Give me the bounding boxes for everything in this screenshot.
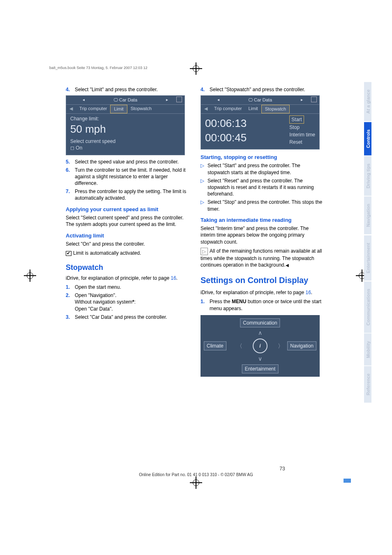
note-icon bbox=[201, 248, 208, 255]
screenshot-limit: ◂ 🖵 Car Data ▸ ◀ Trip computer Limit Sto… bbox=[66, 95, 185, 155]
l-step6: Turn the controller to set the limit. If… bbox=[75, 167, 189, 187]
page-number: 73 bbox=[173, 466, 392, 472]
h-activating: Activating limit bbox=[66, 232, 189, 240]
r-step4: Select "Stopwatch" and press the control… bbox=[210, 86, 305, 93]
tab-controls[interactable]: Controls bbox=[364, 122, 371, 155]
tab-mobility[interactable]: Mobility bbox=[364, 334, 371, 366]
screenshot-start-menu: Communication Entertainment Climate Navi… bbox=[201, 315, 320, 377]
p-act1: Select "On" and press the controller. bbox=[66, 241, 189, 247]
screenshot-stopwatch: ◂ 🖵 Car Data▸ ◀ Trip computer Limit Stop… bbox=[201, 95, 320, 150]
h-apply: Applying your current speed as limit bbox=[66, 206, 189, 213]
footer-text: Online Edition for Part no. 01 41 0 013 … bbox=[139, 472, 253, 477]
p-idrive-l: iDrive, for explanation of principle, re… bbox=[66, 275, 189, 281]
right-column: 4.Select "Stopwatch" and press the contr… bbox=[201, 86, 324, 380]
footer-bar bbox=[344, 479, 351, 483]
l-step5: Select the speed value and press the con… bbox=[75, 159, 179, 165]
p-apply: Select "Select current speed" and press … bbox=[66, 214, 189, 228]
tab-reference[interactable]: Reference bbox=[364, 366, 371, 403]
h-stopwatch: Stopwatch bbox=[66, 263, 189, 272]
left-column: 4.Select "Limit" and press the controlle… bbox=[66, 86, 189, 380]
check-icon bbox=[66, 251, 71, 256]
page-content: 4.Select "Limit" and press the controlle… bbox=[25, 62, 362, 472]
tab-navigation[interactable]: Navigation bbox=[364, 196, 371, 234]
footer: 73 Online Edition for Part no. 01 41 0 0… bbox=[0, 466, 392, 477]
tab-at-a-glance[interactable]: At a glance bbox=[364, 82, 371, 121]
tab-driving-tips[interactable]: Driving tips bbox=[364, 156, 371, 196]
l-step7: Press the controller to apply the settin… bbox=[75, 188, 189, 201]
p-act2: Limit is automatically activated. bbox=[66, 250, 189, 256]
tab-entertainment[interactable]: Entertainment bbox=[364, 235, 371, 281]
l-step4: Select "Limit" and press the controller. bbox=[75, 86, 158, 93]
print-mark-bottom bbox=[190, 477, 202, 489]
p-idrive-r: iDrive, for explanation of principle, re… bbox=[201, 289, 324, 296]
note-box: All of the remaining functions remain av… bbox=[201, 248, 324, 268]
section-tabs: At a glance Controls Driving tips Naviga… bbox=[364, 82, 371, 403]
tab-communications[interactable]: Communications bbox=[364, 281, 371, 333]
h-starting: Starting, stopping or resetting bbox=[201, 154, 324, 161]
h-settings: Settings on Control Display bbox=[201, 275, 324, 286]
h-interim: Taking an intermediate time reading bbox=[201, 216, 324, 224]
p-interim: Select "Interim time" and press the cont… bbox=[201, 225, 324, 245]
